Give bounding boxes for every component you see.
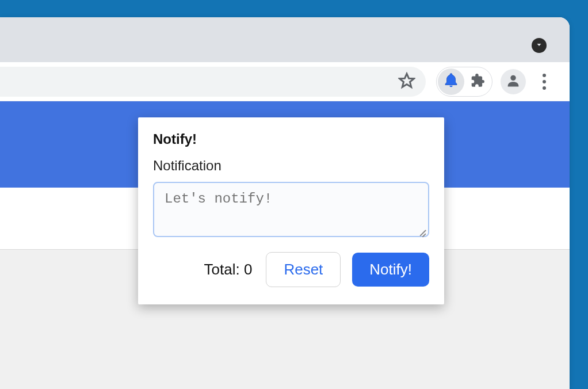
omnibox[interactable]	[0, 67, 426, 97]
extensions-group	[436, 67, 492, 97]
svg-point-1	[510, 75, 516, 80]
total-count: Total: 0	[204, 261, 253, 279]
extension-popup: Notify! Notification Total: 0 Reset Noti…	[138, 117, 444, 304]
browser-menu-button[interactable]	[534, 71, 555, 92]
browser-window: Notify! Notification Total: 0 Reset Noti…	[0, 17, 570, 389]
notification-label: Notification	[153, 158, 429, 174]
notification-textarea[interactable]	[153, 182, 429, 237]
window-dropdown-button[interactable]	[532, 38, 547, 53]
menu-dot	[543, 80, 546, 83]
notify-extension-button[interactable]	[438, 68, 464, 95]
window-titlebar	[0, 17, 570, 62]
browser-toolbar	[0, 62, 570, 101]
popup-footer: Total: 0 Reset Notify!	[153, 252, 429, 287]
profile-avatar-button[interactable]	[501, 69, 526, 94]
extensions-menu-button[interactable]	[464, 68, 491, 95]
star-icon[interactable]	[398, 72, 415, 91]
bell-icon	[442, 72, 460, 91]
popup-title: Notify!	[153, 131, 429, 147]
reset-button[interactable]: Reset	[266, 252, 341, 287]
menu-dot	[543, 74, 546, 77]
chevron-down-icon	[536, 40, 543, 51]
menu-dot	[543, 86, 546, 90]
person-icon	[505, 73, 521, 91]
puzzle-icon	[470, 73, 485, 90]
svg-marker-0	[400, 74, 414, 87]
notify-button[interactable]: Notify!	[352, 253, 429, 287]
